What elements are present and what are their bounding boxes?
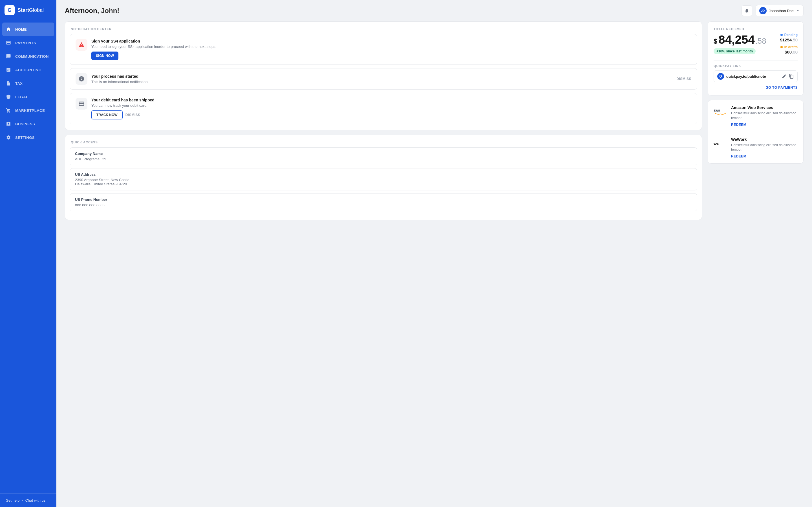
user-menu-button[interactable]: JD Jonnathan Doe xyxy=(756,5,804,16)
total-amount-display: $ 84,254 .58 xyxy=(714,33,766,47)
get-help-link[interactable]: Get help xyxy=(6,498,19,503)
total-amount-left: $ 84,254 .58 +10% since last month xyxy=(714,33,766,54)
quickpay-logo: Q xyxy=(717,73,724,80)
amount-main: 84,254 xyxy=(718,33,755,47)
drafts-amount: $00.00 xyxy=(780,50,798,54)
partner-aws: aws Amazon Web Services Consectetur adip… xyxy=(708,100,803,132)
right-column: TOTAL RECIEVED $ 84,254 .58 +10% since l… xyxy=(708,21,804,499)
total-received-label: TOTAL RECIEVED xyxy=(714,27,798,31)
notification-ss4-content: Sign your SS4 application You need to si… xyxy=(91,39,691,60)
notif-debit-desc: You can now track your debit card. xyxy=(91,103,691,108)
notif-process-desc: This is an informational notification. xyxy=(91,80,672,84)
pending-amount: $1254.50 xyxy=(780,38,798,42)
sidebar-item-home[interactable]: HOME xyxy=(2,22,54,36)
growth-badge: +10% since last month xyxy=(714,48,756,54)
aws-desc: Consectetur adipiscing elit, sed do eius… xyxy=(731,111,798,121)
legal-icon xyxy=(6,94,11,100)
us-phone-item: US Phone Number 888 888 888 8888 xyxy=(70,193,697,211)
wework-redeem-link[interactable]: REDEEM xyxy=(731,154,798,158)
notification-ss4: Sign your SS4 application You need to si… xyxy=(70,34,697,65)
sidebar-item-legal[interactable]: LEGAL xyxy=(0,90,56,104)
notification-center-card: NOTIFICATION CENTER Sign your SS4 applic… xyxy=(65,21,702,130)
aws-logo: aws xyxy=(714,105,727,119)
us-phone-value: 888 888 888 8888 xyxy=(75,203,692,207)
sidebar-item-accounting[interactable]: ACCOUNTING xyxy=(0,63,56,76)
sidebar-item-communication[interactable]: COMMUNICATION xyxy=(0,50,56,63)
user-name: Jonnathan Doe xyxy=(769,9,794,13)
us-address-value: 2390 Argonne Street, New Castle Delaware… xyxy=(75,178,692,186)
business-icon xyxy=(6,121,11,127)
svg-text:aws: aws xyxy=(714,108,720,112)
dismiss-process-button[interactable]: DISMISS xyxy=(676,77,691,81)
dollar-sign: $ xyxy=(714,38,717,45)
edit-quickpay-icon[interactable] xyxy=(781,74,786,79)
partners-card: aws Amazon Web Services Consectetur adip… xyxy=(708,100,804,164)
us-phone-label: US Phone Number xyxy=(75,198,692,202)
copy-quickpay-icon[interactable] xyxy=(789,74,794,79)
quickpay-url: quickpay.to/publicnote xyxy=(726,74,779,78)
aws-name: Amazon Web Services xyxy=(731,105,798,110)
drafts-label: In drafts xyxy=(784,45,798,49)
sidebar-item-marketplace[interactable]: MARKETPLACE xyxy=(0,104,56,117)
company-name-item: Company Name ABC Programs Ltd. xyxy=(70,147,697,165)
warning-icon xyxy=(75,39,87,51)
communication-icon xyxy=(6,54,11,59)
sidebar-footer: Get help • Chat with us xyxy=(0,494,56,507)
total-amount-row: $ 84,254 .58 +10% since last month Pendi… xyxy=(714,33,798,57)
logo-text: StartGlobal xyxy=(17,7,44,13)
topbar-right: JD Jonnathan Doe xyxy=(742,5,804,16)
notification-center-label: NOTIFICATION CENTER xyxy=(65,22,702,34)
dismiss-debit-button[interactable]: DISMISS xyxy=(125,113,140,117)
company-name-label: Company Name xyxy=(75,152,692,156)
notif-debit-actions: TRACK NOW DISMISS xyxy=(91,110,691,119)
notif-ss4-actions: SIGN NOW xyxy=(91,52,691,60)
quickpay-action-icons xyxy=(781,74,794,79)
us-address-item: US Address 2390 Argonne Street, New Cast… xyxy=(70,168,697,190)
left-column: NOTIFICATION CENTER Sign your SS4 applic… xyxy=(65,21,702,499)
sidebar: G StartGlobal HOME PAYMENTS COMMUNICATIO… xyxy=(0,0,56,507)
aws-logo-svg: aws xyxy=(714,108,727,116)
topbar: Afternoon, John! JD Jonnathan Doe xyxy=(56,0,812,21)
sidebar-item-settings[interactable]: SETTINGS xyxy=(0,131,56,144)
sidebar-nav: HOME PAYMENTS COMMUNICATION ACCOUNTING xyxy=(0,20,56,494)
quickpay-label: QUICKPAY LINK xyxy=(714,64,798,68)
pending-stat: Pending $1254.50 xyxy=(780,33,798,42)
wework-content: WeWork Consectetur adipiscing elit, sed … xyxy=(731,137,798,159)
notification-debit-content: Your debit card has been shipped You can… xyxy=(91,98,691,119)
drafts-stat: In drafts $00.00 xyxy=(780,45,798,54)
page-title: Afternoon, John! xyxy=(65,7,119,15)
notif-process-title: Your process has started xyxy=(91,74,672,78)
content-grid: NOTIFICATION CENTER Sign your SS4 applic… xyxy=(56,21,812,507)
company-name-value: ABC Programs Ltd. xyxy=(75,157,692,161)
sidebar-logo: G StartGlobal xyxy=(0,0,56,20)
wework-name: WeWork xyxy=(731,137,798,142)
sign-now-button[interactable]: SIGN NOW xyxy=(91,52,118,60)
partner-wework: we WeWork Consectetur adipiscing elit, s… xyxy=(708,132,803,164)
notif-ss4-desc: You need to sign your SS4 application in… xyxy=(91,45,691,49)
sidebar-item-tax[interactable]: TAX xyxy=(0,76,56,90)
main-content: Afternoon, John! JD Jonnathan Doe NOTIFI… xyxy=(56,0,812,507)
tax-icon xyxy=(6,80,11,86)
notif-debit-title: Your debit card has been shipped xyxy=(91,98,691,102)
notification-process: Your process has started This is an info… xyxy=(70,68,697,90)
home-icon xyxy=(6,26,11,32)
svg-text:we: we xyxy=(714,141,719,146)
sidebar-item-business[interactable]: BUSINESS xyxy=(0,117,56,131)
chat-link[interactable]: Chat with us xyxy=(26,498,46,503)
settings-icon xyxy=(6,135,11,140)
notification-bell-button[interactable] xyxy=(742,5,752,16)
amount-cents: .58 xyxy=(755,37,766,46)
notification-debit: Your debit card has been shipped You can… xyxy=(70,93,697,124)
sidebar-item-payments[interactable]: PAYMENTS xyxy=(0,36,56,50)
track-now-button[interactable]: TRACK NOW xyxy=(91,110,123,119)
aws-content: Amazon Web Services Consectetur adipisci… xyxy=(731,105,798,127)
quickpay-input: Q quickpay.to/publicnote xyxy=(714,70,798,82)
notif-ss4-title: Sign your SS4 application xyxy=(91,39,691,43)
logo-icon: G xyxy=(4,5,15,15)
debit-card-icon xyxy=(75,98,87,110)
user-avatar: JD xyxy=(759,7,767,14)
total-received-card: TOTAL RECIEVED $ 84,254 .58 +10% since l… xyxy=(708,21,804,96)
goto-payments-link[interactable]: GO TO PAYMENTS xyxy=(714,86,798,90)
drafts-dot xyxy=(780,46,783,48)
aws-redeem-link[interactable]: REDEEM xyxy=(731,123,798,127)
